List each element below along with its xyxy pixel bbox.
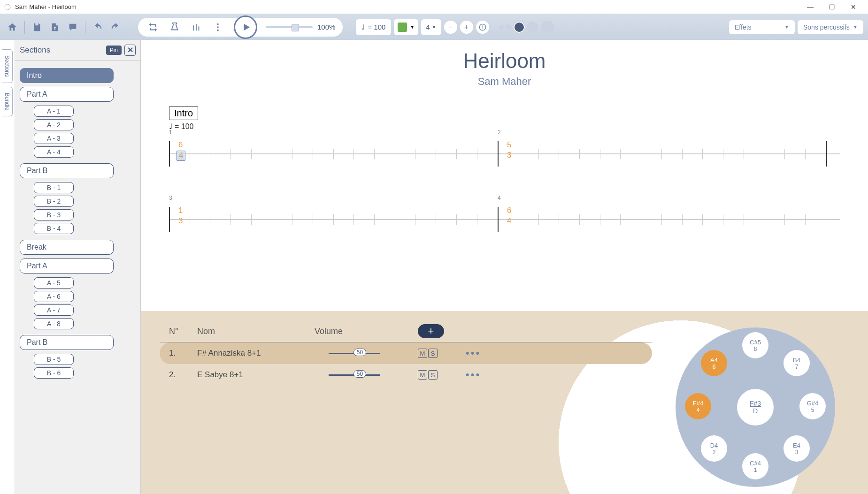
staff-line [169, 219, 840, 220]
pin-button[interactable]: Pin [106, 46, 122, 55]
volume-slider[interactable]: 50 [329, 374, 380, 376]
sub-b5[interactable]: B - 5 [34, 354, 74, 365]
sub-b3[interactable]: B - 3 [34, 209, 74, 220]
track-row[interactable]: 2. E Sabye 8+1 50 M S ••• [160, 364, 652, 386]
note[interactable]: 1 [178, 206, 183, 215]
sections-body[interactable]: Intro Part A A - 1 A - 2 A - 3 A - 4 Par… [15, 61, 140, 494]
dot-small[interactable] [499, 25, 503, 29]
section-part-a[interactable]: Part A [20, 87, 114, 102]
info-button[interactable]: i [476, 21, 489, 34]
section-intro[interactable]: Intro [20, 68, 114, 83]
note[interactable]: 4 [507, 216, 511, 226]
handpan-note[interactable]: C#41 [742, 453, 768, 479]
tick [661, 214, 662, 225]
dot-active[interactable] [515, 23, 524, 32]
close-button[interactable]: ✕ [843, 0, 864, 14]
note[interactable]: 5 [507, 140, 511, 150]
tuning-button[interactable] [189, 20, 204, 35]
color-picker[interactable]: ▼ [394, 19, 418, 35]
handpan-note[interactable]: E43 [784, 435, 810, 462]
side-tab-bundle[interactable]: Bundle [2, 87, 13, 116]
volume-slider[interactable]: 50 [329, 353, 380, 354]
sub-a1[interactable]: A - 1 [34, 106, 74, 117]
minus-button[interactable]: − [444, 21, 457, 34]
tick [395, 214, 395, 225]
sub-b1[interactable]: B - 1 [34, 182, 74, 193]
note[interactable]: 3 [178, 216, 183, 226]
tick [436, 214, 436, 225]
dot-large[interactable] [527, 22, 538, 33]
export-button[interactable] [47, 20, 62, 35]
track-row[interactable]: 1. F# Annaziska 8+1 50 M S ••• [160, 342, 652, 364]
staff-row-1[interactable]: 1 2 /* ticks generated below via JS */ 6… [169, 136, 840, 182]
zoom-slider[interactable] [266, 26, 313, 28]
sub-a3[interactable]: A - 3 [34, 133, 74, 144]
undo-button[interactable] [90, 20, 105, 35]
note[interactable]: 6 [507, 206, 511, 215]
note[interactable]: 3 [507, 151, 511, 160]
note-selected[interactable]: 4 [177, 151, 185, 161]
section-part-b[interactable]: Part B [20, 163, 114, 178]
tick [333, 214, 334, 225]
staff-row-2[interactable]: 3 4 1 3 6 4 [169, 201, 840, 248]
handpan-note[interactable]: D42 [701, 435, 727, 462]
handpan-note[interactable]: B47 [784, 350, 810, 376]
tick [415, 149, 415, 159]
beat-selector[interactable]: 4 ▼ [421, 19, 441, 35]
tick [210, 214, 210, 225]
handpan-note[interactable]: F#44 [685, 393, 711, 419]
handpan-note[interactable]: C#58 [742, 332, 768, 358]
comment-button[interactable] [65, 20, 80, 35]
more-button[interactable] [210, 20, 225, 35]
tick [272, 149, 272, 159]
sub-a4[interactable]: A - 4 [34, 146, 74, 158]
percussive-dropdown[interactable]: Sons percussifs ▼ [798, 20, 863, 34]
solo-button[interactable]: S [428, 349, 438, 358]
tick [456, 149, 457, 159]
section-part-b-2[interactable]: Part B [20, 335, 114, 350]
track-more-button[interactable]: ••• [466, 369, 481, 381]
sub-a2[interactable]: A - 2 [34, 119, 74, 130]
sub-a5[interactable]: A - 5 [34, 277, 74, 289]
percussive-label: Sons percussifs [803, 23, 850, 31]
sub-a8[interactable]: A - 8 [34, 318, 74, 329]
home-button[interactable] [5, 20, 20, 35]
note[interactable]: 6 [178, 140, 183, 150]
save-button[interactable] [30, 20, 45, 35]
close-panel-button[interactable]: ✕ [124, 45, 136, 56]
dot-xlarge[interactable] [541, 21, 554, 34]
barline [826, 141, 827, 167]
tick [538, 214, 539, 225]
handpan-note[interactable]: A46 [701, 350, 727, 376]
plus-button[interactable]: + [460, 21, 473, 34]
sub-a7[interactable]: A - 7 [34, 304, 74, 316]
play-button[interactable] [234, 15, 257, 39]
redo-button[interactable] [108, 20, 123, 35]
sub-a6[interactable]: A - 6 [34, 291, 74, 302]
tick [353, 214, 354, 225]
track-more-button[interactable]: ••• [466, 347, 481, 359]
sub-b2[interactable]: B - 2 [34, 196, 74, 207]
solo-button[interactable]: S [428, 370, 438, 380]
section-break[interactable]: Break [20, 240, 114, 255]
effects-dropdown[interactable]: Effets ▼ [729, 20, 795, 34]
handpan-center[interactable]: F#3 D [736, 388, 775, 427]
section-part-a-2[interactable]: Part A [20, 258, 114, 274]
maximize-button[interactable]: ☐ [821, 0, 843, 14]
sub-b4[interactable]: B - 4 [34, 223, 74, 234]
loop-button[interactable] [146, 20, 161, 35]
side-tab-sections[interactable]: Sections [2, 49, 13, 83]
ms-group: M S [418, 370, 438, 380]
metronome-button[interactable] [167, 20, 182, 35]
mute-button[interactable]: M [418, 349, 427, 358]
handpan-note[interactable]: G#45 [799, 393, 826, 419]
handpan[interactable]: F#3 D C#58B47G#45E43C#41D42F#44A46 [676, 327, 835, 487]
mute-button[interactable]: M [418, 370, 427, 380]
minimize-button[interactable]: — [799, 0, 821, 14]
chevron-down-icon: ▼ [432, 24, 437, 30]
playback-pill: 100% [138, 18, 343, 37]
add-track-button[interactable]: + [418, 324, 444, 338]
sub-b6[interactable]: B - 6 [34, 367, 74, 379]
tempo-box[interactable]: ♩ = 100 [356, 19, 391, 35]
dot-med[interactable] [506, 24, 512, 30]
